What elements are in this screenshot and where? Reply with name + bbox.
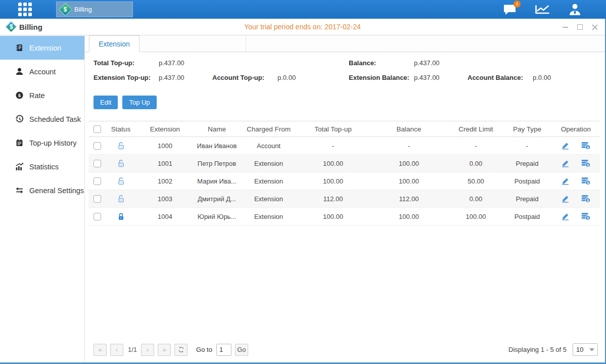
prev-page-button[interactable]: ‹: [110, 344, 123, 356]
next-page-button[interactable]: ›: [141, 344, 154, 356]
cell-total-topup: 100.00: [298, 155, 368, 172]
cell-name: Петр Петров: [194, 155, 240, 172]
header-name: Name: [194, 121, 240, 137]
sidebar: Extension Account $ Rate Scheduled Task: [0, 35, 85, 362]
cell-total-topup: 112.00: [298, 190, 368, 208]
history-clock-icon: [15, 115, 24, 123]
sidebar-item-general-settings[interactable]: General Settings: [0, 178, 84, 202]
topup-row-icon[interactable]: $: [581, 195, 590, 203]
sidebar-label: Extension: [29, 44, 62, 52]
dollar-circle-icon: $: [15, 91, 24, 100]
account-topup-value: p.0.00: [277, 74, 331, 81]
cell-pay-type: Prepaid: [502, 190, 552, 208]
billing-window: $ Billing Your trial period ends on: 201…: [0, 19, 606, 364]
row-checkbox[interactable]: [94, 142, 101, 150]
user-account-icon[interactable]: [568, 3, 582, 16]
page-size-select[interactable]: 10: [573, 343, 598, 356]
go-button[interactable]: Go: [235, 344, 248, 356]
tab-separator: [246, 35, 246, 52]
sidebar-item-statistics[interactable]: Statistics: [0, 155, 84, 178]
cell-charged-from: Extension: [240, 172, 298, 190]
cell-pay-type: -: [502, 137, 552, 155]
close-button[interactable]: [591, 24, 598, 30]
cell-name: Дмитрий Д...: [194, 190, 240, 208]
table-row[interactable]: 1001 Петр Петров Extension 100.00 100.00…: [88, 155, 600, 172]
cell-extension: 1002: [136, 172, 194, 190]
person-icon: [15, 67, 24, 76]
edit-row-icon[interactable]: [562, 177, 569, 185]
balance-value: p.437.00: [414, 59, 468, 67]
page-size-value: 10: [576, 346, 583, 353]
refresh-button[interactable]: [174, 344, 188, 356]
cell-extension: 1001: [136, 155, 194, 172]
sidebar-item-topup-history[interactable]: Top-up History: [0, 131, 84, 155]
sidebar-item-rate[interactable]: $ Rate: [0, 83, 84, 107]
refresh-icon: [178, 346, 184, 353]
extension-balance-value: p.437.00: [414, 74, 468, 81]
row-checkbox[interactable]: [94, 160, 101, 167]
account-topup-label: Account Top-up:: [212, 74, 277, 81]
sidebar-item-extension[interactable]: Extension: [0, 36, 84, 60]
table-header-row: Status Extension Name Charged From Total…: [88, 121, 600, 137]
cell-name: Мария Ива...: [194, 172, 240, 190]
account-balance-label: Account Balance:: [468, 74, 533, 81]
topup-row-icon[interactable]: $: [581, 142, 590, 150]
row-checkbox[interactable]: [94, 195, 101, 203]
edit-row-icon[interactable]: [562, 195, 569, 203]
billing-window-icon: $: [6, 21, 17, 33]
table-row[interactable]: 1002 Мария Ива... Extension 100.00 100.0…: [88, 172, 600, 190]
lock-status-icon: [117, 176, 125, 184]
app-launcher-icon[interactable]: [18, 3, 32, 16]
cell-balance: 100.00: [368, 172, 449, 190]
cell-balance: 100.00: [368, 155, 449, 172]
row-checkbox[interactable]: [94, 177, 101, 185]
cell-extension: 1004: [136, 208, 194, 225]
lock-status-icon: [117, 212, 125, 219]
table-row[interactable]: 1004 Юрий Юрь... Extension 100.00 100.00…: [88, 208, 600, 225]
taskbar-billing-tab[interactable]: $ Billing: [56, 2, 133, 17]
maximize-button[interactable]: [577, 24, 583, 30]
top-up-button[interactable]: Top Up: [122, 96, 156, 109]
tab-extension[interactable]: Extension: [89, 35, 139, 52]
edit-row-icon[interactable]: [562, 142, 569, 150]
edit-row-icon[interactable]: [562, 160, 569, 167]
header-balance: Balance: [368, 121, 449, 137]
table-row[interactable]: 1000 Иван Иванов Account - - - - $: [88, 137, 600, 155]
sidebar-label: Account: [29, 68, 56, 76]
row-checkbox[interactable]: [94, 213, 101, 220]
window-titlebar: $ Billing Your trial period ends on: 201…: [0, 19, 605, 35]
notifications-icon[interactable]: !: [503, 4, 517, 15]
action-buttons: Edit Top Up: [88, 96, 599, 109]
sidebar-item-account[interactable]: Account: [0, 60, 84, 83]
last-page-button[interactable]: »: [158, 344, 171, 356]
select-all-checkbox[interactable]: [94, 125, 101, 133]
cell-total-topup: -: [298, 137, 368, 155]
desktop-taskbar: $ Billing !: [0, 0, 606, 19]
sliders-icon: [15, 186, 24, 195]
extension-content: Total Top-up: p.437.00 Extension Top-up:…: [85, 52, 605, 362]
sidebar-item-scheduled-task[interactable]: Scheduled Task: [0, 107, 84, 131]
displaying-count: Displaying 1 - 5 of 5: [508, 346, 567, 353]
topup-row-icon[interactable]: $: [581, 159, 590, 167]
extension-topup-value: p.437.00: [159, 74, 212, 81]
sidebar-label: General Settings: [29, 187, 84, 195]
resource-monitor-icon[interactable]: [535, 4, 550, 15]
extension-balance-label: Extension Balance:: [349, 74, 414, 81]
first-page-button[interactable]: «: [94, 344, 107, 356]
table-row[interactable]: 1003 Дмитрий Д... Extension 112.00 112.0…: [88, 190, 600, 208]
header-pay-type: Pay Type: [502, 121, 552, 137]
cell-balance: 112.00: [368, 190, 449, 208]
topup-row-icon[interactable]: $: [581, 212, 590, 220]
cell-name: Юрий Юрь...: [194, 208, 240, 225]
edit-button[interactable]: Edit: [94, 96, 118, 109]
cell-charged-from: Extension: [240, 208, 298, 225]
cell-balance: 100.00: [368, 208, 449, 225]
topup-row-icon[interactable]: $: [581, 177, 590, 185]
cell-charged-from: Extension: [240, 155, 298, 172]
edit-row-icon[interactable]: [562, 213, 569, 220]
minimize-button[interactable]: [562, 24, 569, 30]
goto-page-input[interactable]: [216, 344, 231, 356]
page-indicator: 1/1: [128, 346, 137, 353]
lock-status-icon: [117, 141, 125, 149]
taskbar-tray: !: [503, 0, 582, 19]
